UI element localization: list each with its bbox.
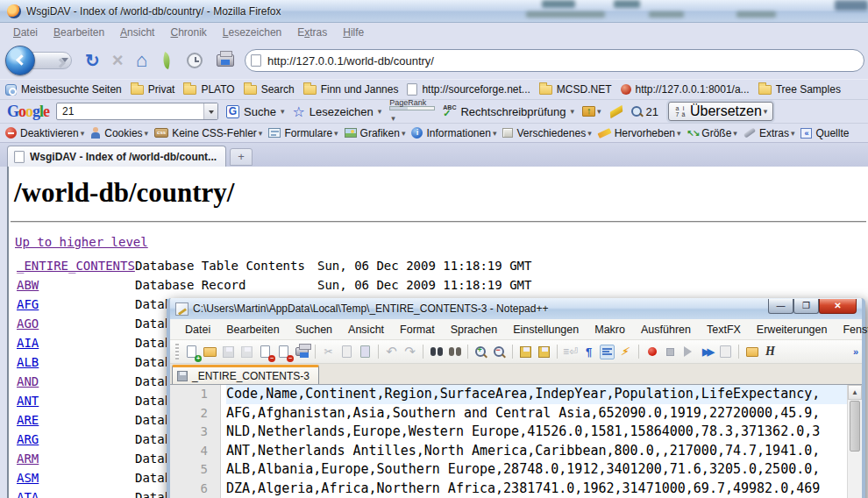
zoom-out-button[interactable]: −	[492, 345, 507, 359]
npp-titlebar[interactable]: C:\Users\Martin\AppData\Local\Temp\_ENTI…	[170, 298, 862, 319]
npp-menu-textfx[interactable]: TextFX	[699, 322, 749, 338]
code-line[interactable]: ALB,Albania,Europe,Southern Europe,28748…	[226, 460, 862, 480]
firefox-titlebar[interactable]: WsgiDAV - Index of /world-db/country/ - …	[0, 0, 868, 23]
menu-hilfe[interactable]: Hilfe	[335, 25, 372, 40]
bookmark-item[interactable]: Search	[244, 83, 295, 96]
npp-menu-format[interactable]: Format	[392, 322, 443, 338]
code-line[interactable]: ANT,Netherlands Antilles,North America,C…	[226, 442, 862, 461]
npp-tab-entire-contents[interactable]: _ENTIRE_CONTENTS-3	[172, 365, 319, 384]
function-completion-button[interactable]: ⚡︎	[618, 345, 633, 359]
npp-menu-ausführen[interactable]: Ausführen	[633, 322, 699, 338]
bookmark-item[interactable]: Finn und Jannes	[303, 83, 399, 96]
bookmark-item[interactable]: MCSD.NET	[539, 83, 612, 96]
print-button[interactable]	[217, 54, 234, 67]
up-to-higher-level-link[interactable]: Up to higher level	[15, 235, 148, 249]
toolbar-overflow-chevron[interactable]: »	[853, 346, 858, 357]
paste-icon[interactable]	[358, 345, 373, 359]
history-dropdown-icon[interactable]	[61, 58, 68, 66]
entry-link[interactable]: ARM	[17, 452, 39, 466]
entry-link[interactable]: ABW	[17, 278, 39, 292]
reload-button[interactable]: ↻	[85, 49, 100, 72]
code-line[interactable]: NLD,Netherlands,Europe,Western Europe,41…	[226, 423, 862, 442]
npp-menu-einstellungen[interactable]: Einstellungen	[505, 322, 587, 338]
zoom-indicator[interactable]: 21	[631, 105, 661, 118]
close-file-button[interactable]: −	[258, 345, 273, 359]
devtool-info[interactable]: Informationen	[411, 127, 496, 139]
entry-link[interactable]: ATA	[17, 490, 39, 498]
new-file-button[interactable]: +	[184, 345, 199, 359]
npp-menu-bearbeiten[interactable]: Bearbeiten	[218, 322, 287, 338]
close-button[interactable]: ✕	[819, 299, 857, 314]
sync-vertical-button[interactable]	[518, 345, 533, 359]
bookmark-item[interactable]: http://sourceforge.net...	[407, 83, 530, 96]
npp-menu-makro[interactable]: Makro	[587, 322, 633, 338]
devtool-img[interactable]: Grafiken	[345, 127, 406, 139]
sage-leaf-icon[interactable]	[160, 52, 173, 69]
highlighter-button[interactable]	[609, 109, 623, 115]
google-bookmarks-button[interactable]: ☆ Lesezeichen	[292, 103, 381, 120]
devtool-person[interactable]: Cookies	[90, 127, 148, 139]
undo-icon[interactable]: ↶	[384, 345, 399, 359]
copy-icon[interactable]	[339, 345, 354, 359]
record-macro-button[interactable]	[644, 345, 659, 359]
code-area[interactable]: Code,Name,Continent,Region,SurfaceArea,I…	[221, 385, 862, 498]
devtool-brush[interactable]: Hervorheben	[598, 127, 681, 139]
code-line[interactable]: DZA,Algeria,Africa,Northern Africa,23817…	[226, 480, 862, 498]
word-wrap-button[interactable]: ≡⏎	[563, 345, 578, 359]
indent-guide-button[interactable]	[600, 345, 615, 359]
devtool-wrench[interactable]: Extras	[743, 127, 795, 139]
menu-lesezeichen[interactable]: Lesezeichen	[215, 25, 289, 40]
entry-link[interactable]: AND	[17, 374, 39, 388]
cut-icon[interactable]: ✂	[321, 345, 336, 359]
npp-menu-datei[interactable]: Datei	[177, 322, 218, 338]
devtool-box[interactable]: Verschiedenes	[502, 127, 591, 139]
zoom-in-button[interactable]: +	[473, 345, 488, 359]
history-clock-icon[interactable]	[187, 53, 203, 68]
replace-button[interactable]	[447, 345, 462, 359]
entry-link[interactable]: ANT	[17, 394, 39, 408]
html-button[interactable]: H	[763, 345, 778, 359]
menu-chronik[interactable]: Chronik	[162, 25, 214, 40]
save-button[interactable]	[221, 345, 236, 359]
npp-menu-suchen[interactable]: Suchen	[288, 322, 340, 338]
devtool-resize[interactable]: Größe	[687, 127, 737, 139]
entry-link[interactable]: AGO	[17, 317, 39, 331]
devtool-form[interactable]: Formulare	[268, 127, 338, 139]
npp-menu-sprachen[interactable]: Sprachen	[443, 322, 506, 338]
npp-editor[interactable]: 123456 Code,Name,Continent,Region,Surfac…	[170, 385, 862, 498]
npp-menu-fenster[interactable]: Fenster	[835, 322, 868, 338]
home-button[interactable]: ⌂	[136, 49, 147, 72]
vertical-scrollbar[interactable]: ▲	[847, 385, 862, 498]
search-history-dropdown[interactable]	[203, 103, 217, 119]
devtool-disable[interactable]: Deaktivieren	[5, 127, 84, 139]
entry-link[interactable]: ALB	[17, 355, 39, 369]
send-to-button[interactable]	[582, 106, 601, 117]
bookmark-item[interactable]: Meistbesuchte Seiten	[5, 83, 122, 96]
close-all-button[interactable]: −	[276, 345, 291, 359]
entry-link[interactable]: ARE	[17, 413, 39, 427]
redo-icon[interactable]: ↷	[402, 345, 417, 359]
translate-button[interactable]: ai7ä Übersetzen	[668, 102, 773, 121]
save-macro-button[interactable]	[718, 345, 733, 359]
npp-menu-ansicht[interactable]: Ansicht	[340, 322, 392, 338]
pagerank-indicator[interactable]: PageRank	[389, 99, 435, 124]
open-containing-folder-button[interactable]	[744, 345, 759, 359]
menu-bearbeiten[interactable]: Bearbeiten	[46, 25, 112, 40]
play-macro-button[interactable]	[681, 345, 696, 359]
menu-extras[interactable]: Extras	[289, 25, 335, 40]
bookmark-item[interactable]: Tree Samples	[758, 83, 841, 96]
stop-macro-button[interactable]	[663, 345, 678, 359]
code-line[interactable]: AFG,Afghanistan,Asia,Southern and Centra…	[226, 404, 862, 423]
entry-link[interactable]: AIA	[17, 336, 39, 350]
code-line[interactable]: Code,Name,Continent,Region,SurfaceArea,I…	[226, 385, 862, 404]
open-file-button[interactable]	[203, 345, 217, 359]
minimize-button[interactable]: —	[768, 299, 793, 314]
bookmark-item[interactable]: Privat	[131, 83, 175, 96]
scroll-up-button[interactable]: ▲	[848, 385, 862, 400]
stop-button[interactable]: ×	[112, 49, 124, 72]
new-tab-button[interactable]: +	[230, 148, 253, 166]
menu-datei[interactable]: Datei	[5, 25, 46, 40]
tab-wsgidav[interactable]: WsgiDAV - Index of /world-db/count...	[7, 146, 226, 167]
back-button[interactable]	[5, 46, 35, 75]
devtool-css[interactable]: Keine CSS-Fehler	[154, 127, 262, 139]
